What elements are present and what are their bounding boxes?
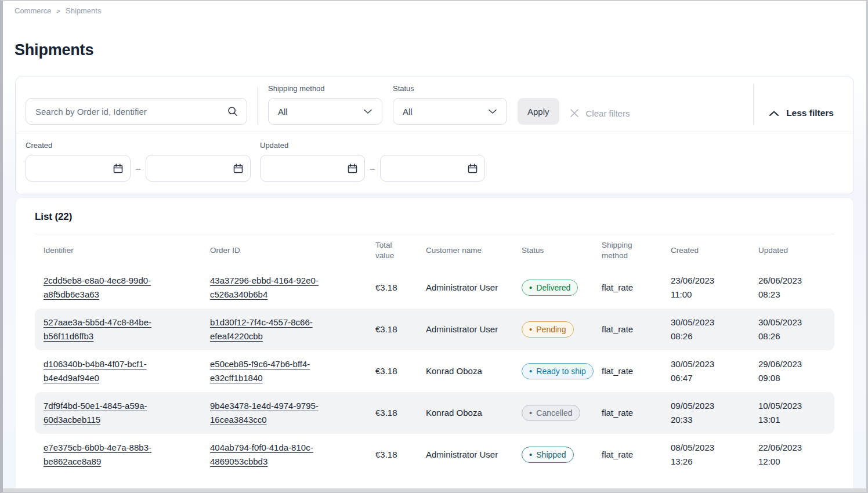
customer-name: Administrator User — [426, 281, 522, 295]
order-id-link[interactable]: 9b4e3478-1e4d-4974-9795-16cea3843cc0 — [210, 399, 337, 427]
shipping-method-label: Shipping method — [268, 84, 382, 93]
updated-cell: 26/06/2023 08:23 — [758, 274, 834, 302]
status-select[interactable]: All — [393, 98, 507, 125]
status-label: Status — [393, 84, 507, 93]
total-value: €3.18 — [375, 281, 426, 295]
calendar-icon[interactable] — [466, 162, 478, 174]
updated-label: Updated — [260, 141, 485, 150]
order-id-link[interactable]: 404ab794-f0f0-41da-810c-4869053cbbd3 — [210, 441, 337, 469]
calendar-icon[interactable] — [232, 162, 244, 174]
customer-name: Administrator User — [426, 322, 522, 336]
status-badge: Shipped — [522, 447, 574, 463]
clear-filters-button[interactable]: Clear filters — [569, 108, 630, 118]
updated-cell: 10/05/2023 13:01 — [758, 399, 834, 427]
updated-date: 10/05/2023 — [758, 399, 825, 413]
total-value: €3.18 — [375, 322, 426, 336]
column-header-created: Created — [671, 245, 758, 256]
shipping-method-filter: Shipping method All — [268, 84, 382, 125]
order-id-link[interactable]: e50ceb85-f9c6-47b6-bff4-e32cff1b1840 — [210, 357, 337, 385]
updated-cell: 22/06/2023 12:00 — [758, 441, 834, 469]
shipping-method: flat_rate — [602, 406, 671, 420]
updated-date: 26/06/2023 — [758, 274, 825, 288]
customer-name: Administrator User — [426, 448, 522, 462]
search-input[interactable] — [26, 98, 247, 125]
chevron-down-icon — [488, 108, 497, 114]
created-label: Created — [26, 141, 251, 150]
updated-from-field — [260, 155, 365, 182]
created-time: 08:26 — [671, 329, 749, 343]
updated-date: 29/06/2023 — [758, 357, 825, 371]
updated-time: 08:26 — [758, 329, 825, 343]
identifier-link[interactable]: 527aae3a-5b5d-47c8-84be-b56f11d6ffb3 — [44, 316, 170, 343]
status-value: All — [403, 107, 413, 117]
total-value: €3.18 — [375, 406, 426, 420]
identifier-link[interactable]: 2cdd5eb8-e8a0-4ec8-99d0-a8f5db6e3a63 — [44, 274, 170, 302]
column-header-shipping-method: Shipping method — [602, 240, 646, 261]
filter-divider-vertical — [753, 84, 754, 125]
updated-cell: 30/05/2023 08:26 — [758, 316, 834, 343]
created-cell: 09/05/2023 20:33 — [671, 399, 758, 427]
updated-range-filter: Updated – — [260, 141, 485, 182]
shipping-method-value: All — [278, 107, 288, 117]
created-cell: 23/06/2023 11:00 — [671, 274, 758, 302]
chevron-up-icon — [769, 110, 779, 117]
created-from-field — [26, 155, 131, 182]
apply-button[interactable]: Apply — [518, 98, 559, 125]
customer-name: Konrad Oboza — [426, 364, 522, 378]
updated-to-field — [380, 155, 485, 182]
breadcrumb: Commerce > Shipments — [3, 1, 866, 15]
shipping-method: flat_rate — [602, 364, 671, 378]
identifier-link[interactable]: e7e375cb-6b0b-4e7a-88b3-be862ace8a89 — [44, 441, 170, 469]
created-cell: 30/05/2023 08:26 — [671, 316, 758, 343]
created-date: 09/05/2023 — [671, 399, 749, 413]
created-date: 30/05/2023 — [671, 357, 749, 371]
page-title: Shipments — [15, 41, 866, 60]
status-badge: Ready to ship — [522, 363, 594, 379]
less-filters-toggle[interactable]: Less filters — [769, 108, 834, 118]
identifier-link[interactable]: 7df9f4bd-50e1-4845-a59a-60d3acbeb115 — [44, 399, 170, 427]
order-id-link[interactable]: b1d30f12-7f4c-4557-8c66-efeaf4220cbb — [210, 316, 337, 343]
order-id-link[interactable]: 43a37296-ebbd-4164-92e0-c526a340b6b4 — [210, 274, 337, 302]
column-header-customer-name: Customer name — [426, 245, 522, 256]
calendar-icon[interactable] — [112, 162, 124, 174]
table-row: 7df9f4bd-50e1-4845-a59a-60d3acbeb115 9b4… — [35, 392, 834, 434]
filter-divider-vertical — [257, 86, 258, 124]
horizontal-scrollbar[interactable] — [3, 488, 866, 492]
clear-filters-label: Clear filters — [586, 108, 630, 118]
column-header-total-value: Total value — [375, 240, 406, 261]
created-range-filter: Created – — [26, 141, 251, 182]
status-badge: Pending — [522, 321, 574, 338]
created-cell: 08/05/2023 13:26 — [671, 441, 758, 469]
updated-time: 09:08 — [758, 371, 825, 385]
updated-date: 22/06/2023 — [758, 441, 825, 455]
search-field — [26, 98, 247, 125]
created-time: 11:00 — [671, 288, 749, 302]
shipping-method-select[interactable]: All — [268, 98, 382, 125]
table-row: 2cdd5eb8-e8a0-4ec8-99d0-a8f5db6e3a63 43a… — [35, 267, 834, 309]
updated-cell: 29/06/2023 09:08 — [758, 357, 834, 385]
shipping-method: flat_rate — [602, 322, 671, 336]
shipping-method: flat_rate — [602, 448, 671, 462]
status-badge: Cancelled — [522, 405, 580, 421]
table-row: 527aae3a-5b5d-47c8-84be-b56f11d6ffb3 b1d… — [35, 309, 834, 350]
identifier-link[interactable]: d106340b-b4b8-4f07-bcf1-b4e4d9af94e0 — [44, 357, 170, 385]
column-header-status: Status — [522, 245, 602, 256]
shipments-page: Commerce > Shipments Shipments Shippi — [0, 0, 868, 493]
table-body: 2cdd5eb8-e8a0-4ec8-99d0-a8f5db6e3a63 43a… — [35, 267, 834, 476]
calendar-icon[interactable] — [346, 162, 358, 174]
close-icon — [569, 108, 580, 118]
created-to-field — [146, 155, 251, 182]
breadcrumb-commerce[interactable]: Commerce — [15, 6, 52, 15]
table-header: Identifier Order ID Total value Customer… — [35, 234, 834, 267]
column-header-identifier: Identifier — [44, 245, 210, 256]
updated-time: 08:23 — [758, 288, 825, 302]
created-time: 06:47 — [671, 371, 749, 385]
column-header-order-id: Order ID — [210, 245, 375, 256]
customer-name: Konrad Oboza — [426, 406, 522, 420]
breadcrumb-current: Shipments — [66, 6, 101, 15]
updated-time: 13:01 — [758, 413, 825, 427]
search-icon[interactable] — [226, 105, 239, 118]
table-row: e7e375cb-6b0b-4e7a-88b3-be862ace8a89 404… — [35, 434, 834, 476]
created-date: 30/05/2023 — [671, 316, 749, 329]
breadcrumb-separator-icon: > — [57, 8, 60, 14]
